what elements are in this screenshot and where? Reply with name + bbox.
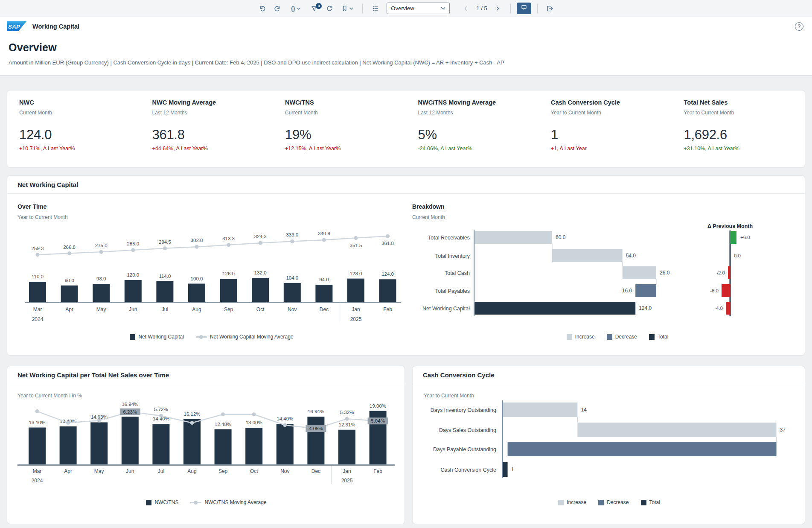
bar-Sep[interactable] xyxy=(215,429,232,464)
bar-Mar[interactable] xyxy=(29,428,46,464)
waterfall-bar-Total Payables[interactable] xyxy=(635,284,656,297)
legend-item-total[interactable]: Total xyxy=(641,499,660,505)
kpi-tile-nwc[interactable]: NWC Current Month 124.0 +10.71%, Δ Last … xyxy=(7,90,140,167)
ccc-legend: Increase Decrease Total xyxy=(413,499,806,505)
help-icon[interactable]: ? xyxy=(795,22,803,31)
bar-Apr[interactable] xyxy=(60,426,77,464)
line-point[interactable] xyxy=(195,245,199,249)
kpi-tile-total-net-sales[interactable]: Total Net Sales Year to Current Month 1,… xyxy=(672,90,805,167)
bookmark-button[interactable] xyxy=(338,3,356,15)
chart-label: 104.0 xyxy=(286,275,298,280)
delta-bar-negative[interactable] xyxy=(722,284,730,297)
legend-item-nwc-tns-moving-average[interactable]: NWC/TNS Moving Average xyxy=(190,499,266,505)
chart-label: 100.0 xyxy=(191,276,203,281)
bar-Apr[interactable] xyxy=(61,286,78,302)
waterfall-bar-Days Payable Outstanding[interactable] xyxy=(508,442,777,456)
line-point[interactable] xyxy=(252,412,256,416)
bar-Mar[interactable] xyxy=(29,282,46,302)
delta-bar-positive[interactable] xyxy=(730,231,736,244)
line-point[interactable] xyxy=(354,236,358,240)
exit-button[interactable] xyxy=(544,3,556,15)
line-point[interactable] xyxy=(163,246,167,250)
legend-item-nwc-moving-average[interactable]: Net Working Capital Moving Average xyxy=(196,334,294,340)
waterfall-bar-Cash Conversion Cycle[interactable] xyxy=(502,462,508,477)
bar-Aug[interactable] xyxy=(183,419,201,464)
legend-label: Increase xyxy=(567,499,586,505)
bar-Jun[interactable] xyxy=(122,417,139,464)
filter-count-badge: 3 xyxy=(316,3,322,9)
line-point[interactable] xyxy=(159,414,163,418)
chart-label: 120.0 xyxy=(127,272,139,277)
line-point[interactable] xyxy=(259,241,262,245)
edit-prompts-button[interactable]: {} xyxy=(286,3,305,15)
waterfall-bar-Total Inventory[interactable] xyxy=(552,249,623,262)
line-point[interactable] xyxy=(221,412,225,416)
line-point[interactable] xyxy=(227,243,230,247)
page-list-button[interactable] xyxy=(369,3,381,15)
bar-Aug[interactable] xyxy=(188,284,205,302)
waterfall-bar-Days Sales Outstanding[interactable] xyxy=(577,423,776,437)
delta-bar-negative[interactable] xyxy=(728,266,730,279)
line-point[interactable] xyxy=(99,250,103,254)
undo-button[interactable] xyxy=(256,3,268,15)
line-point[interactable] xyxy=(35,409,39,413)
page-selector-dropdown[interactable]: Overview xyxy=(387,3,450,14)
delta-bar-negative[interactable] xyxy=(726,302,730,315)
over-time-chart-period: Year to Current Month xyxy=(17,214,68,220)
line-point[interactable] xyxy=(67,251,71,255)
bar-Oct[interactable] xyxy=(245,428,262,464)
bar-Dec[interactable] xyxy=(315,285,332,302)
breakdown-chart-title: Breakdown xyxy=(412,203,444,210)
legend-item-decrease[interactable]: Decrease xyxy=(598,499,629,505)
bar-Jun[interactable] xyxy=(125,280,142,302)
page-title: Overview xyxy=(9,41,803,54)
line-point[interactable] xyxy=(66,421,70,425)
line-point[interactable] xyxy=(345,417,349,421)
legend-item-nwc[interactable]: Net Working Capital xyxy=(130,334,184,340)
waterfall-bar-Total Cash[interactable] xyxy=(623,266,656,279)
bar-Oct[interactable] xyxy=(252,278,269,302)
bar-Jul[interactable] xyxy=(156,281,173,302)
bar-May[interactable] xyxy=(93,284,110,302)
previous-page-button[interactable] xyxy=(459,3,472,15)
legend-item-increase[interactable]: Increase xyxy=(567,334,595,340)
comment-mode-button[interactable] xyxy=(517,3,531,14)
line-point[interactable] xyxy=(190,421,194,425)
kpi-tile-cash-conversion-cycle[interactable]: Cash Conversion Cycle Year to Current Mo… xyxy=(539,90,672,167)
kpi-tile-nwc-moving-average[interactable]: NWC Moving Average Last 12 Months 361.8 … xyxy=(140,90,274,167)
chart-label: 12.31% xyxy=(338,422,355,427)
legend-item-increase[interactable]: Increase xyxy=(558,499,586,505)
bar-Jan[interactable] xyxy=(338,430,355,464)
category-label: Days Sales Outstanding xyxy=(439,427,496,433)
line-point[interactable] xyxy=(283,423,287,427)
redo-button[interactable] xyxy=(271,3,284,15)
waterfall-bar-Net Working Capital[interactable] xyxy=(474,302,635,315)
line-point[interactable] xyxy=(322,238,326,242)
legend-item-total[interactable]: Total xyxy=(649,334,668,340)
filter-button[interactable]: 3 xyxy=(308,3,320,15)
waterfall-bar-Total Receivables[interactable] xyxy=(474,231,552,244)
line-point[interactable] xyxy=(36,253,40,257)
waterfall-bar-Days Inventory Outstanding[interactable] xyxy=(502,403,577,417)
bar-Sep[interactable] xyxy=(220,279,237,302)
kpi-tile-nwc-tns-moving-average[interactable]: NWC/TNS Moving Average Last 12 Months 5%… xyxy=(406,90,539,167)
line-point[interactable] xyxy=(290,239,294,243)
panel-header: Net Working Capital per Total Net Sales … xyxy=(7,366,405,384)
bar-Nov[interactable] xyxy=(276,424,294,464)
chart-label: 16.12% xyxy=(183,411,200,417)
chart-label: 259.3 xyxy=(32,246,44,251)
next-page-button[interactable] xyxy=(492,3,504,15)
bar-Dec[interactable] xyxy=(307,417,324,464)
bar-Jan[interactable] xyxy=(347,279,364,302)
bar-Nov[interactable] xyxy=(284,283,301,302)
kpi-tile-nwc-tns[interactable]: NWC/TNS Current Month 19% +12.15%, Δ Las… xyxy=(273,90,406,167)
breakdown-legend: Increase Decrease Total xyxy=(481,334,754,340)
legend-item-decrease[interactable]: Decrease xyxy=(607,334,637,340)
line-point[interactable] xyxy=(131,248,135,252)
line-point[interactable] xyxy=(97,419,101,423)
bar-Jul[interactable] xyxy=(152,424,169,464)
bar-May[interactable] xyxy=(90,422,108,464)
legend-item-nwc-tns[interactable]: NWC/TNS xyxy=(146,499,178,505)
refresh-button[interactable] xyxy=(323,3,336,15)
x-tick-Mar: Mar xyxy=(33,468,42,474)
